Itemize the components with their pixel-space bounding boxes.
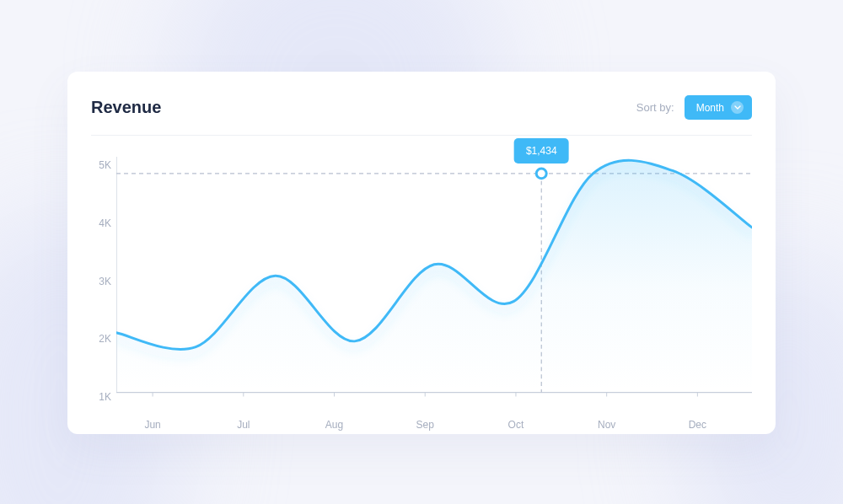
y-axis: 1K2K3K4K5K xyxy=(91,153,116,417)
y-tick: 3K xyxy=(99,276,111,287)
x-tick: Dec xyxy=(689,419,706,431)
x-tick: Oct xyxy=(508,419,524,431)
y-tick: 5K xyxy=(99,159,111,171)
svg-point-16 xyxy=(536,169,546,179)
chart-plot[interactable]: $1,434 JunJulAugSepOctNovDec xyxy=(116,153,752,417)
sort-label: Sort by: xyxy=(636,101,674,114)
card-header: Revenue Sort by: Month xyxy=(91,95,752,136)
x-tick: Aug xyxy=(325,419,343,431)
chart-svg xyxy=(116,153,752,417)
sort-value: Month xyxy=(696,102,724,114)
sort-group: Sort by: Month xyxy=(636,95,752,120)
chart-tooltip: $1,434 xyxy=(514,138,569,164)
chevron-down-icon xyxy=(731,101,744,114)
x-tick: Nov xyxy=(598,419,615,431)
card-title: Revenue xyxy=(91,98,161,117)
y-tick: 1K xyxy=(99,391,111,403)
tooltip-value: $1,434 xyxy=(526,145,557,157)
sort-button[interactable]: Month xyxy=(685,95,752,120)
x-tick: Jul xyxy=(237,419,250,431)
y-tick: 2K xyxy=(99,333,111,345)
y-tick: 4K xyxy=(99,217,111,229)
revenue-card: Revenue Sort by: Month 1K2K3K4K5K xyxy=(67,72,776,434)
x-tick: Jun xyxy=(144,419,160,431)
x-tick: Sep xyxy=(416,419,434,431)
chart-area: 1K2K3K4K5K $1,434 JunJulAugSepOctNovDec xyxy=(91,136,752,417)
